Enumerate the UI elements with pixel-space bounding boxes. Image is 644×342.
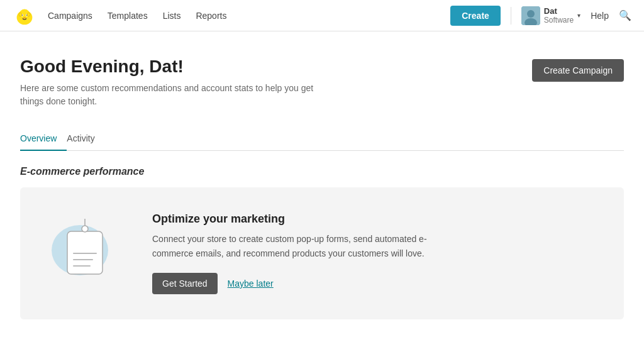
nav-reports[interactable]: Reports <box>196 8 226 23</box>
card-actions: Get Started Maybe later <box>152 273 441 294</box>
card-desc: Connect your store to create custom pop-… <box>152 232 441 260</box>
navbar-right: Create Dat Software ▾ Help 🔍 <box>450 6 631 26</box>
svg-point-12 <box>527 10 535 18</box>
chevron-down-icon: ▾ <box>577 12 580 19</box>
card-heading: Optimize your marketing <box>152 212 441 226</box>
nav-templates[interactable]: Templates <box>108 8 148 23</box>
card-illustration <box>45 212 127 294</box>
section-title: E-commerce performance <box>20 166 624 177</box>
greeting-block: Good Evening, Dat! Here are some custom … <box>20 57 335 108</box>
create-button[interactable]: Create <box>450 6 501 26</box>
nav-lists[interactable]: Lists <box>163 8 181 23</box>
nav-campaigns[interactable]: Campaigns <box>48 8 92 23</box>
account-name: Dat <box>544 6 574 16</box>
ecommerce-card: Optimize your marketing Connect your sto… <box>20 187 624 319</box>
tab-overview[interactable]: Overview <box>20 127 67 151</box>
navbar: Campaigns Templates Lists Reports Create… <box>0 0 644 31</box>
account-name-block: Dat Software <box>544 6 574 25</box>
nav-links: Campaigns Templates Lists Reports <box>48 8 450 23</box>
account-menu[interactable]: Dat Software ▾ <box>521 6 580 25</box>
avatar <box>521 6 540 25</box>
create-campaign-button[interactable]: Create Campaign <box>532 59 624 82</box>
maybe-later-button[interactable]: Maybe later <box>228 279 274 289</box>
price-tag-icon <box>61 219 111 288</box>
greeting-title: Good Evening, Dat! <box>20 57 335 77</box>
logo[interactable] <box>13 4 35 27</box>
help-link[interactable]: Help <box>591 11 609 21</box>
divider <box>511 7 511 25</box>
svg-point-9 <box>23 17 24 18</box>
main-content: Good Evening, Dat! Here are some custom … <box>8 31 636 332</box>
svg-point-8 <box>27 13 30 16</box>
get-started-button[interactable]: Get Started <box>152 273 218 294</box>
svg-point-7 <box>19 13 22 16</box>
search-icon[interactable]: 🔍 <box>619 9 631 21</box>
tab-activity[interactable]: Activity <box>67 127 104 151</box>
greeting-subtitle: Here are some custom recommendations and… <box>20 82 335 108</box>
account-sub: Software <box>544 16 574 25</box>
card-content: Optimize your marketing Connect your sto… <box>152 212 441 294</box>
tabs: Overview Activity <box>20 127 624 151</box>
page-header: Good Evening, Dat! Here are some custom … <box>20 57 624 108</box>
svg-point-10 <box>25 17 25 18</box>
svg-point-15 <box>82 226 88 232</box>
